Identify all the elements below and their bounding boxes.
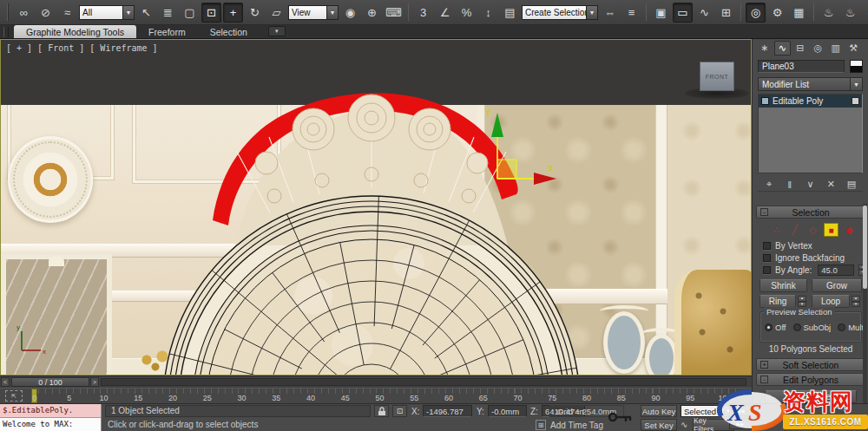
pin-stack-icon[interactable]: ⌖ <box>761 178 777 191</box>
border-subobject-icon[interactable]: ◇ <box>806 223 820 237</box>
tab-modify[interactable]: ∿ <box>774 41 792 56</box>
manage-layers-icon[interactable]: ▣ <box>651 3 671 23</box>
chevron-down-icon[interactable]: ▼ <box>586 6 597 19</box>
tab-motion[interactable]: ◎ <box>810 41 827 56</box>
material-editor-icon[interactable]: ◎ <box>746 3 766 23</box>
chevron-down-icon[interactable]: ▼ <box>326 6 338 19</box>
select-object-icon[interactable]: ↖ <box>136 3 156 23</box>
radio-dot[interactable] <box>838 323 845 331</box>
select-and-rotate-icon[interactable]: ↻ <box>245 3 265 23</box>
edit-named-selection-sets-icon[interactable]: ▤ <box>500 3 520 23</box>
visibility-toggle-icon[interactable] <box>852 97 859 105</box>
radio-multi[interactable]: Multi <box>838 323 865 332</box>
select-and-link-icon[interactable]: ∞ <box>14 3 34 23</box>
rendered-frame-window-icon[interactable]: ▦ <box>789 3 809 23</box>
y-coord-field[interactable]: -0.0mm <box>488 405 527 417</box>
edge-subobject-icon[interactable]: ╱ <box>787 223 802 237</box>
element-subobject-icon[interactable]: ◆ <box>842 223 857 237</box>
tab-selection[interactable]: Selection <box>198 25 260 38</box>
unlink-selection-icon[interactable]: ⊘ <box>36 3 56 23</box>
expand-icon[interactable]: + <box>760 361 768 369</box>
listener-macro-line[interactable]: $.EditablePoly. <box>0 404 101 418</box>
chevron-down-icon[interactable]: ▼ <box>850 78 862 90</box>
gizmo-xy-plane-handle[interactable] <box>497 160 516 179</box>
show-end-result-icon[interactable]: ‖ <box>782 178 798 191</box>
stack-row-editable-poly[interactable]: Editable Poly <box>759 95 862 108</box>
scrollbar-thumb[interactable] <box>863 206 867 289</box>
rectangular-selection-region-icon[interactable]: ▢ <box>180 3 200 23</box>
collapse-icon[interactable]: - <box>760 375 768 383</box>
keyboard-shortcut-override-icon[interactable]: ⌨ <box>384 3 404 23</box>
by-angle-field[interactable] <box>818 264 854 276</box>
by-angle-checkbox[interactable] <box>763 266 771 274</box>
listener-output-line[interactable]: Welcome to MAX: <box>0 418 101 431</box>
select-and-move-icon[interactable]: + <box>223 3 243 23</box>
modifier-list-dropdown[interactable]: Modifier List ▼ <box>758 77 863 91</box>
loop-button[interactable]: Loop <box>812 295 850 308</box>
selection-filter-dropdown[interactable]: All▼ <box>79 5 135 20</box>
shrink-button[interactable]: Shrink <box>760 279 807 292</box>
collapse-icon[interactable]: - <box>760 208 768 216</box>
rollout-header-edit-polygons[interactable]: - Edit Polygons <box>756 373 865 386</box>
track-bar[interactable]: ⇱ 05101520253035404550556065707580859095… <box>0 388 752 403</box>
percent-snap-toggle-icon[interactable]: % <box>457 3 477 23</box>
radio-dot[interactable] <box>765 323 773 331</box>
vertex-subobject-icon[interactable]: ∴ <box>769 223 784 237</box>
gizmo-x-arrow[interactable] <box>534 173 556 185</box>
viewport-label[interactable]: [ + ] [ Front ] [ Wireframe ] <box>6 43 158 53</box>
auto-key-button[interactable]: Auto Key <box>641 405 677 417</box>
viewport-front[interactable]: [ + ] [ Front ] [ Wireframe ] <box>0 39 752 375</box>
graphite-ribbon-toggle-icon[interactable]: ▭ <box>673 3 693 23</box>
object-name-field[interactable]: Plane03 <box>758 60 845 73</box>
set-key-button[interactable]: Set Key <box>641 419 677 431</box>
schematic-view-icon[interactable]: ⊞ <box>716 3 736 23</box>
curve-editor-icon[interactable]: ∿ <box>694 3 714 23</box>
modifier-stack[interactable]: Editable Poly <box>758 94 863 173</box>
rollout-header-soft-selection[interactable]: + Soft Selection <box>756 358 865 371</box>
maxscript-mini-listener[interactable]: $.EditablePoly. Welcome to MAX: <box>0 404 102 431</box>
snaps-toggle-icon[interactable]: 3 <box>413 3 433 23</box>
radio-subobj[interactable]: SubObj <box>793 323 832 332</box>
next-frame-button[interactable]: > <box>90 377 99 387</box>
tab-display[interactable]: ▥ <box>827 41 845 56</box>
tab-hierarchy[interactable]: ⊟ <box>792 41 809 56</box>
viewcube-front-face[interactable]: FRONT <box>706 74 729 80</box>
previous-frame-button[interactable]: < <box>1 377 10 387</box>
select-and-scale-icon[interactable]: ▱ <box>266 3 286 23</box>
remove-modifier-icon[interactable]: ✕ <box>823 178 838 191</box>
key-filters-button[interactable]: Key Filters... <box>693 419 734 431</box>
selection-lock-icon[interactable] <box>374 405 389 417</box>
radio-dot[interactable] <box>793 323 801 331</box>
ignore-backfacing-checkbox[interactable] <box>763 254 771 262</box>
ring-button[interactable]: Ring <box>760 295 796 308</box>
go-to-start-button[interactable]: ◀◀ <box>729 405 752 416</box>
radio-off[interactable]: Off <box>765 323 786 332</box>
select-and-manipulate-icon[interactable]: ⊕ <box>362 3 382 23</box>
absolute-offset-toggle-icon[interactable]: ⊡ <box>392 405 407 417</box>
reference-coordinate-system-dropdown[interactable]: View▼ <box>288 5 339 20</box>
render-iterative-icon[interactable]: ♨ <box>840 3 860 23</box>
tab-graphite-modeling-tools[interactable]: Graphite Modeling Tools <box>14 25 136 38</box>
by-vertex-checkbox[interactable] <box>763 242 771 250</box>
render-setup-icon[interactable]: ⚙ <box>767 3 787 23</box>
grow-button[interactable]: Grow <box>812 279 862 292</box>
panel-scrollbar[interactable] <box>863 204 867 429</box>
rollout-header-selection[interactable]: - Selection <box>756 206 865 219</box>
x-coord-field[interactable]: -1496.787 <box>423 405 472 417</box>
wireframe-model[interactable]: Y X x y <box>1 40 752 375</box>
play-button[interactable]: ▶▶ <box>729 418 752 429</box>
spinner-snap-toggle-icon[interactable]: ↕ <box>478 3 498 23</box>
add-time-tag[interactable]: Add Time Tag <box>550 421 603 430</box>
time-slider-handle[interactable]: 0 / 100 <box>11 377 89 387</box>
object-color-swatch[interactable] <box>850 60 863 73</box>
polygon-subobject-icon[interactable]: ■ <box>824 223 838 237</box>
make-unique-icon[interactable]: ∨ <box>803 178 819 191</box>
render-production-icon[interactable]: ♨ <box>819 3 838 23</box>
gizmo-y-arrow[interactable] <box>491 113 503 137</box>
loop-spinner[interactable]: ▲▼ <box>852 296 860 307</box>
toolbar-grip[interactable] <box>7 3 9 21</box>
bind-to-space-warp-icon[interactable]: ≈ <box>57 3 77 23</box>
use-pivot-point-center-icon[interactable]: ◉ <box>340 3 360 23</box>
tab-create[interactable]: ∗ <box>756 41 773 56</box>
align-icon[interactable]: ≡ <box>621 3 641 23</box>
